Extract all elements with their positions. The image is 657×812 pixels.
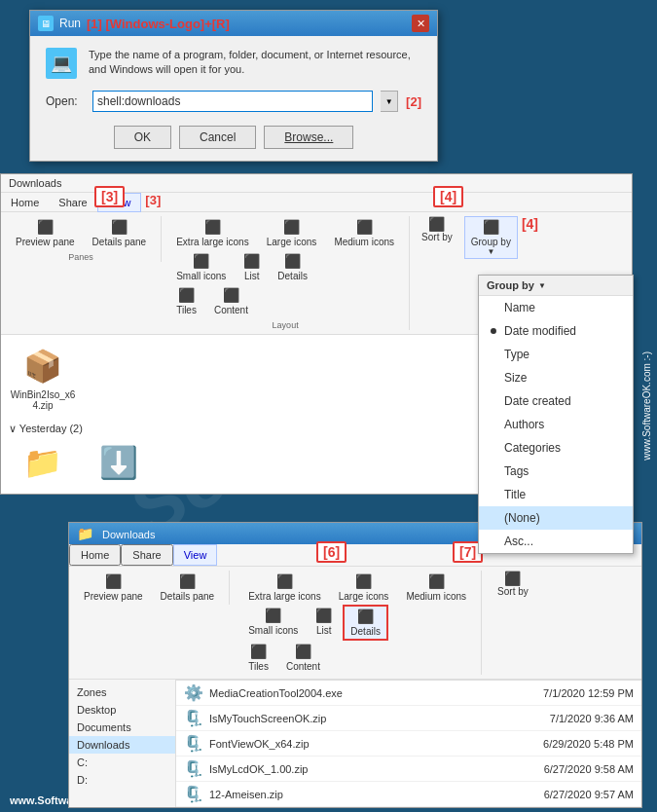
file-list-row[interactable]: 🗜️IsMyTouchScreenOK.zip7/1/2020 9:36 AM — [176, 706, 641, 731]
content-btn-b[interactable]: ⬛Content — [279, 641, 327, 675]
file-icon: 🗜️ — [184, 734, 203, 753]
details-pane-btn[interactable]: ⬛ Details pane — [86, 216, 154, 250]
list-btn[interactable]: ⬛ List — [237, 250, 267, 284]
file-list-container: ⚙️MediaCreationTool2004.exe7/1/2020 12:5… — [176, 681, 641, 807]
groupby-authors[interactable]: Authors — [479, 413, 633, 436]
medium-icons-btn[interactable]: ⬛ Medium icons — [327, 216, 401, 250]
nav-item-desktop[interactable]: Desktop — [69, 701, 175, 719]
run-title-bar: 🖥 Run [1] [Windows-Logo]+[R] ✕ — [30, 11, 437, 36]
small-icons-btn[interactable]: ⬛ Small icons — [169, 250, 233, 284]
step-6-box: [6] — [316, 541, 347, 563]
file-name: IsMyLcdOK_1.00.zip — [209, 763, 501, 775]
open-label: Open: — [46, 94, 85, 108]
groupby-tags[interactable]: Tags — [479, 460, 633, 483]
tab-share-bottom[interactable]: Share — [121, 544, 172, 566]
run-description: 💻 Type the name of a program, folder, do… — [46, 48, 421, 79]
run-icon: 🖥 — [38, 16, 54, 31]
large-icons-btn-b[interactable]: ⬛Large icons — [332, 571, 396, 605]
file-name: MediaCreationTool2004.exe — [209, 687, 501, 699]
sort-by-btn[interactable]: ⬛ Sort by — [421, 216, 453, 242]
step-2-label: [2] — [406, 94, 421, 109]
ribbon-pane-group-bottom: ⬛ Preview pane ⬛ Details pane — [77, 571, 230, 605]
file-date: 6/27/2020 9:58 AM — [507, 763, 634, 775]
file-icon: 🗜️ — [184, 759, 203, 778]
explorer-main-area: Zones Desktop Documents Downloads C: D: … — [69, 680, 641, 807]
run-desc-icon: 💻 — [46, 48, 77, 79]
close-button[interactable]: ✕ — [412, 15, 429, 32]
run-title-text: Run — [59, 17, 81, 30]
groupby-date-created[interactable]: Date created — [479, 389, 633, 413]
run-desc-text: Type the name of a program, folder, docu… — [89, 48, 421, 78]
explorer-inner: ⚙️MediaCreationTool2004.exe7/1/2020 12:5… — [176, 680, 641, 807]
file-date: 6/27/2020 9:57 AM — [507, 789, 634, 800]
sort-by-btn-bottom[interactable]: ⬛ Sort by — [497, 571, 529, 597]
file-date: 7/1/2020 12:59 PM — [507, 687, 634, 699]
ribbon-pane-group: ⬛ Preview pane ⬛ Details pane Panes — [9, 216, 162, 262]
list-btn-b[interactable]: ⬛List — [309, 605, 339, 641]
step-3-label: [3] — [145, 193, 161, 211]
groupby-asc[interactable]: Asc... — [479, 530, 633, 553]
details-btn[interactable]: ⬛ Details — [271, 250, 314, 284]
step-3-box: [3] — [94, 186, 125, 207]
yesterday-file-1[interactable]: 📁 — [9, 439, 77, 486]
run-dialog: 🖥 Run [1] [Windows-Logo]+[R] ✕ 💻 Type th… — [29, 10, 438, 162]
dropdown-arrow[interactable]: ▼ — [381, 91, 398, 112]
file-list-row[interactable]: 🗜️FontViewOK_x64.zip6/29/2020 5:48 PM — [176, 731, 641, 757]
groupby-header: Group by ▼ — [479, 276, 633, 296]
nav-item-c[interactable]: C: — [69, 754, 175, 771]
browse-button[interactable]: Browse... — [264, 126, 353, 149]
file-date: 6/29/2020 5:48 PM — [507, 738, 634, 750]
details-btn-bottom[interactable]: ⬛Details — [343, 605, 388, 641]
extra-large-icons-btn[interactable]: ⬛ Extra large icons — [169, 216, 255, 250]
file-list-row[interactable]: ⚙️MediaCreationTool2004.exe7/1/2020 12:5… — [176, 681, 641, 706]
run-buttons: OK Cancel Browse... — [46, 126, 421, 149]
preview-pane-btn-bottom[interactable]: ⬛ Preview pane — [77, 571, 150, 605]
groupby-size[interactable]: Size — [479, 366, 633, 389]
details-pane-btn-bottom[interactable]: ⬛ Details pane — [154, 571, 222, 605]
open-input[interactable] — [92, 91, 373, 112]
tiles-btn[interactable]: ⬛ Tiles — [169, 284, 203, 318]
run-open-row: Open: ▼ [2] — [46, 91, 421, 112]
tiles-btn-b[interactable]: ⬛Tiles — [241, 641, 275, 675]
groupby-name[interactable]: Name — [479, 296, 633, 319]
zip-file-icon[interactable]: 📦 WinBin2Iso_x64.zip — [9, 343, 77, 411]
file-icon: ⚙️ — [184, 683, 203, 702]
ok-button[interactable]: OK — [114, 126, 171, 149]
nav-item-zones[interactable]: Zones — [69, 683, 175, 701]
tab-share[interactable]: Share — [49, 193, 96, 211]
tab-home-bottom[interactable]: Home — [69, 544, 121, 566]
bottom-ribbon-content: ⬛ Preview pane ⬛ Details pane ⬛Extra lar… — [69, 567, 641, 680]
file-name: IsMyTouchScreenOK.zip — [209, 713, 501, 724]
small-icons-btn-b[interactable]: ⬛Small icons — [241, 605, 305, 641]
run-body: 💻 Type the name of a program, folder, do… — [30, 36, 437, 161]
groupby-type[interactable]: Type — [479, 343, 633, 366]
ribbon-layout-group: ⬛ Extra large icons ⬛ Large icons ⬛ Medi… — [169, 216, 410, 330]
explorer-bottom: 📁 Downloads — □ ✕ Home Share View ⬛ Prev… — [68, 522, 642, 808]
preview-pane-btn[interactable]: ⬛ Preview pane — [9, 216, 82, 250]
file-icon: 🗜️ — [184, 709, 203, 727]
step-4-box: [4] — [433, 186, 463, 207]
content-btn[interactable]: ⬛ Content — [207, 284, 255, 318]
medium-icons-btn-b[interactable]: ⬛Medium icons — [399, 571, 473, 605]
groupby-title[interactable]: Title — [479, 483, 633, 506]
file-list-row[interactable]: 🗜️12-Ameisen.zip6/27/2020 9:57 AM — [176, 782, 641, 807]
file-list-row[interactable]: 🗜️IsMyLcdOK_1.00.zip6/27/2020 9:58 AM — [176, 757, 641, 782]
cancel-button[interactable]: Cancel — [179, 126, 256, 149]
yesterday-file-2[interactable]: ⬇️ — [85, 439, 153, 486]
file-list: ⚙️MediaCreationTool2004.exe7/1/2020 12:5… — [176, 680, 641, 807]
step-4-label: [4] — [522, 216, 538, 232]
groupby-date-modified[interactable]: Date modified — [479, 319, 633, 343]
left-nav: Zones Desktop Documents Downloads C: D: — [69, 680, 176, 807]
extra-large-icons-btn-b[interactable]: ⬛Extra large icons — [241, 571, 327, 605]
nav-item-d[interactable]: D: — [69, 771, 175, 789]
group-by-btn[interactable]: ⬛ Group by ▼ — [464, 216, 518, 259]
tab-view-bottom[interactable]: View — [173, 544, 218, 566]
tab-home[interactable]: Home — [1, 193, 49, 211]
nav-item-documents[interactable]: Documents — [69, 719, 175, 736]
groupby-none[interactable]: (None) — [479, 506, 633, 530]
ribbon-layout-group-bottom: ⬛Extra large icons ⬛Large icons ⬛Medium … — [241, 571, 482, 675]
file-date: 7/1/2020 9:36 AM — [507, 713, 634, 724]
groupby-categories[interactable]: Categories — [479, 436, 633, 460]
nav-item-downloads[interactable]: Downloads — [69, 736, 175, 754]
large-icons-btn[interactable]: ⬛ Large icons — [260, 216, 324, 250]
